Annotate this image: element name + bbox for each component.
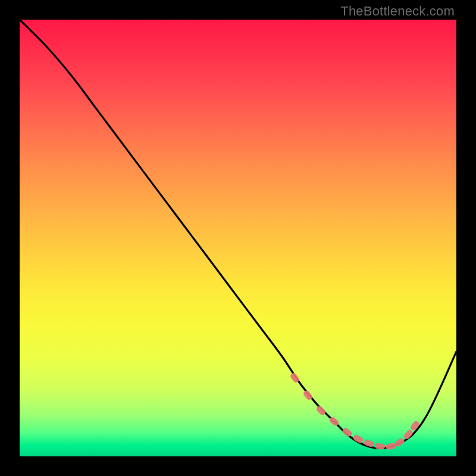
bottleneck-curve-line — [20, 20, 456, 448]
plot-area — [20, 20, 456, 456]
highlight-marker — [409, 420, 420, 432]
chart-frame: TheBottleneck.com — [0, 0, 476, 476]
highlight-markers-group — [289, 372, 420, 450]
highlight-marker — [403, 429, 414, 440]
highlight-marker — [342, 427, 353, 438]
highlight-marker — [386, 443, 397, 450]
highlight-marker — [315, 405, 327, 416]
highlight-marker — [364, 439, 375, 448]
chart-svg — [20, 20, 456, 456]
watermark-text: TheBottleneck.com — [340, 4, 455, 19]
